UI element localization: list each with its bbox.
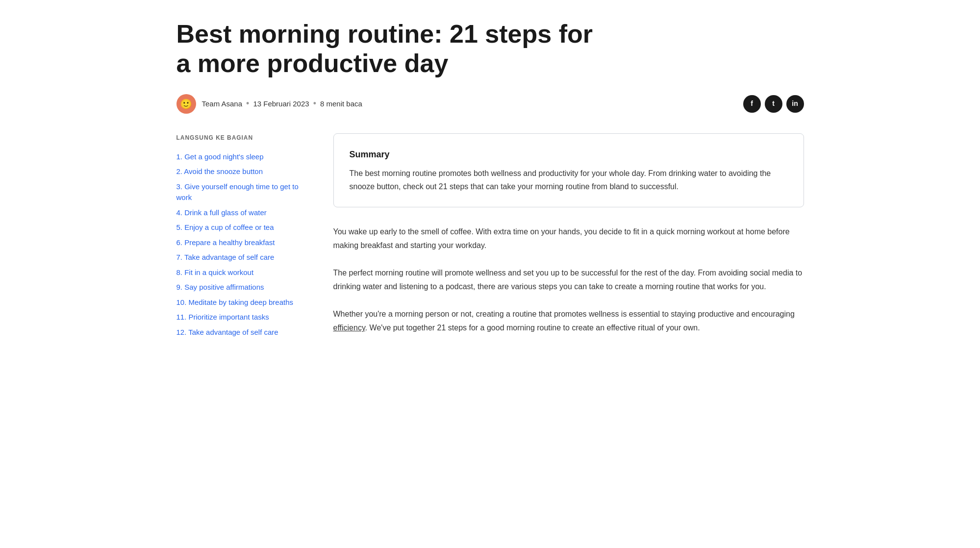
sidebar-item-5[interactable]: 5. Enjoy a cup of coffee or tea <box>176 221 304 234</box>
sidebar-link-11[interactable]: 11. Prioritize important tasks <box>176 311 304 324</box>
sidebar-link-12[interactable]: 12. Take advantage of self care <box>176 326 304 339</box>
body-paragraph-3-after: . We've put together 21 steps for a good… <box>365 324 700 332</box>
sidebar-item-8[interactable]: 8. Fit in a quick workout <box>176 266 304 279</box>
sidebar-link-6[interactable]: 6. Prepare a healthy breakfast <box>176 236 304 249</box>
sidebar: LANGSUNG KE BAGIAN 1. Get a good night's… <box>176 133 304 339</box>
sidebar-nav: 1. Get a good night's sleep 2. Avoid the… <box>176 150 304 339</box>
sidebar-item-2[interactable]: 2. Avoid the snooze button <box>176 165 304 178</box>
twitter-icon: t <box>772 98 775 109</box>
article-meta: 🙂 Team Asana • 13 Februari 2023 • 8 meni… <box>176 94 804 114</box>
sidebar-item-6[interactable]: 6. Prepare a healthy breakfast <box>176 236 304 249</box>
sidebar-link-9[interactable]: 9. Say positive affirmations <box>176 281 304 294</box>
sidebar-item-9[interactable]: 9. Say positive affirmations <box>176 281 304 294</box>
linkedin-icon: in <box>792 98 798 109</box>
read-time: 8 menit baca <box>320 98 362 110</box>
sidebar-item-4[interactable]: 4. Drink a full glass of water <box>176 206 304 220</box>
main-content: Summary The best morning routine promote… <box>333 133 804 349</box>
sidebar-link-10[interactable]: 10. Meditate by taking deep breaths <box>176 296 304 309</box>
sidebar-item-10[interactable]: 10. Meditate by taking deep breaths <box>176 296 304 309</box>
sidebar-item-7[interactable]: 7. Take advantage of self care <box>176 251 304 264</box>
meta-separator-1: • <box>246 97 249 111</box>
article-date: 13 Februari 2023 <box>253 98 309 110</box>
sidebar-link-7[interactable]: 7. Take advantage of self care <box>176 251 304 264</box>
facebook-icon: f <box>751 98 753 109</box>
facebook-share-button[interactable]: f <box>743 95 761 113</box>
sidebar-item-3[interactable]: 3. Give yourself enough time to get to w… <box>176 180 304 204</box>
summary-title: Summary <box>350 148 788 162</box>
sidebar-item-11[interactable]: 11. Prioritize important tasks <box>176 311 304 324</box>
body-paragraph-3: Whether you're a morning person or not, … <box>333 307 804 335</box>
body-paragraph-3-before: Whether you're a morning person or not, … <box>333 310 795 318</box>
social-icons: f t in <box>743 95 804 113</box>
meta-text: Team Asana • 13 Februari 2023 • 8 menit … <box>202 97 362 111</box>
article-title: Best morning routine: 21 steps for a mor… <box>176 20 598 78</box>
sidebar-link-4[interactable]: 4. Drink a full glass of water <box>176 206 304 220</box>
sidebar-link-3[interactable]: 3. Give yourself enough time to get to w… <box>176 180 304 204</box>
summary-box: Summary The best morning routine promote… <box>333 133 804 208</box>
linkedin-share-button[interactable]: in <box>786 95 804 113</box>
twitter-share-button[interactable]: t <box>765 95 782 113</box>
sidebar-link-1[interactable]: 1. Get a good night's sleep <box>176 150 304 164</box>
meta-left: 🙂 Team Asana • 13 Februari 2023 • 8 meni… <box>176 94 362 114</box>
sidebar-link-8[interactable]: 8. Fit in a quick workout <box>176 266 304 279</box>
sidebar-item-1[interactable]: 1. Get a good night's sleep <box>176 150 304 164</box>
body-paragraph-2: The perfect morning routine will promote… <box>333 266 804 294</box>
sidebar-link-2[interactable]: 2. Avoid the snooze button <box>176 165 304 178</box>
efficiency-link[interactable]: efficiency <box>333 324 365 332</box>
meta-separator-2: • <box>313 97 316 111</box>
sidebar-link-5[interactable]: 5. Enjoy a cup of coffee or tea <box>176 221 304 234</box>
summary-text: The best morning routine promotes both w… <box>350 167 788 193</box>
sidebar-section-label: LANGSUNG KE BAGIAN <box>176 133 304 143</box>
author-avatar: 🙂 <box>176 94 196 114</box>
body-paragraph-1: You wake up early to the smell of coffee… <box>333 225 804 252</box>
article-body: You wake up early to the smell of coffee… <box>333 225 804 335</box>
author-name: Team Asana <box>202 98 243 110</box>
sidebar-item-12[interactable]: 12. Take advantage of self care <box>176 326 304 339</box>
